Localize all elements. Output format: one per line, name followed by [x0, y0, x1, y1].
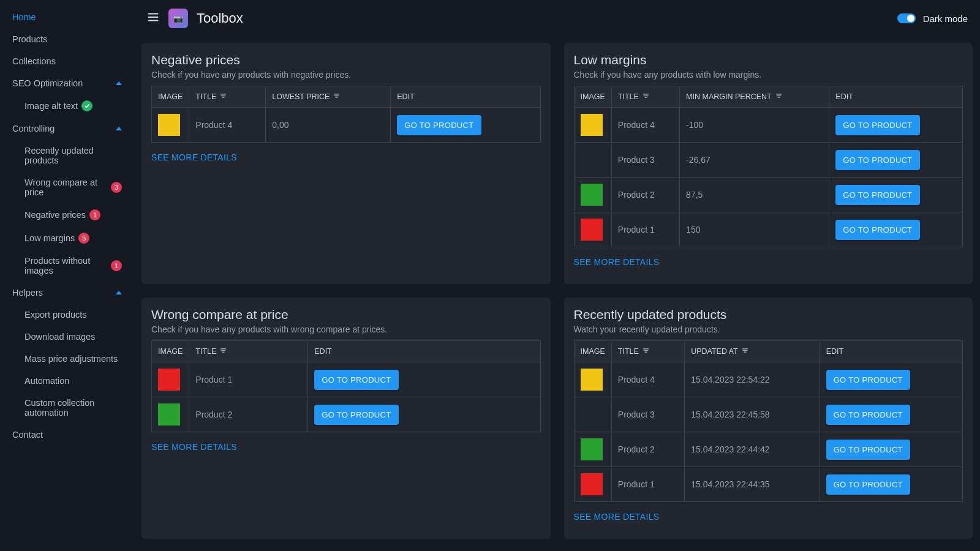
th-image[interactable]: IMAGE: [574, 86, 611, 108]
main: 📷 Toolbox Dark mode Negative prices Chec…: [134, 0, 980, 551]
th-edit: EDIT: [820, 341, 962, 362]
go-to-product-button[interactable]: GO TO PRODUCT: [826, 474, 910, 495]
table-row: Product 2 87,5 GO TO PRODUCT: [574, 178, 963, 212]
th-edit: EDIT: [829, 86, 963, 108]
th-title[interactable]: TITLE: [611, 86, 679, 108]
sort-icon: [333, 92, 340, 101]
sort-icon: [775, 92, 782, 101]
th-title[interactable]: TITLE: [189, 86, 266, 108]
see-more-link[interactable]: SEE MORE DETAILS: [574, 257, 660, 267]
sidebar: Home Products Collections SEO Optimizati…: [0, 0, 134, 551]
see-more-link[interactable]: SEE MORE DETAILS: [151, 442, 237, 452]
sort-icon: [643, 347, 649, 356]
recently-updated-table: IMAGE TITLE UPDATED AT EDIT Product 4 15…: [574, 340, 963, 502]
sidebar-item-label: Image alt text: [24, 101, 78, 111]
table-row: Product 3 -26,67 GO TO PRODUCT: [574, 143, 963, 178]
see-more-link[interactable]: SEE MORE DETAILS: [574, 512, 660, 522]
cell-title: Product 2: [189, 397, 308, 432]
sidebar-item-mass[interactable]: Mass price adjustments: [0, 348, 134, 370]
cell-title: Product 4: [189, 108, 266, 143]
th-image[interactable]: IMAGE: [152, 86, 189, 108]
app-title: Toolbox: [197, 10, 243, 26]
sidebar-item-contact[interactable]: Contact: [0, 424, 134, 446]
chevron-up-icon: [116, 81, 122, 85]
app-logo-icon: 📷: [168, 9, 188, 28]
card-low-margins: Low margins Check if you have any produc…: [564, 43, 973, 284]
cell-title: Product 1: [189, 362, 308, 397]
cell-title: Product 2: [611, 432, 684, 467]
sidebar-item-low-margins[interactable]: Low margins 5: [0, 227, 134, 250]
darkmode-toggle[interactable]: [897, 13, 916, 23]
content-grid: Negative prices Check if you have any pr…: [134, 37, 980, 551]
sidebar-item-label: Helpers: [12, 288, 43, 298]
go-to-product-button[interactable]: GO TO PRODUCT: [835, 220, 919, 240]
count-badge: 5: [78, 233, 89, 244]
go-to-product-button[interactable]: GO TO PRODUCT: [835, 185, 919, 205]
sidebar-item-automation[interactable]: Automation: [0, 370, 134, 392]
th-updated-at[interactable]: UPDATED AT: [685, 341, 820, 362]
th-image[interactable]: IMAGE: [152, 341, 189, 362]
count-badge: 3: [111, 182, 122, 193]
go-to-product-button[interactable]: GO TO PRODUCT: [826, 405, 910, 425]
cell-updated: 15.04.2023 22:45:58: [685, 397, 820, 432]
card-subtitle: Watch your recently updated products.: [574, 324, 963, 334]
see-more-link[interactable]: SEE MORE DETAILS: [151, 152, 237, 162]
card-negative-prices: Negative prices Check if you have any pr…: [141, 43, 551, 284]
image-swatch: [581, 438, 603, 460]
tbody: Product 4 -100 GO TO PRODUCT Product 3 -…: [574, 108, 963, 247]
go-to-product-button[interactable]: GO TO PRODUCT: [397, 115, 481, 135]
cell-title: Product 4: [611, 108, 679, 143]
sidebar-item-no-images[interactable]: Products without images 1: [0, 250, 134, 282]
sidebar-item-negative-prices[interactable]: Negative prices 1: [0, 203, 134, 227]
sidebar-item-controlling[interactable]: Controlling: [0, 118, 134, 140]
hamburger-icon[interactable]: [146, 10, 160, 26]
image-swatch: [158, 369, 180, 391]
go-to-product-button[interactable]: GO TO PRODUCT: [835, 115, 919, 135]
low-margins-table: IMAGE TITLE MIN MARGIN PERCENT EDIT Prod…: [574, 86, 963, 247]
sidebar-item-label: Negative prices: [24, 210, 86, 220]
count-badge: 1: [89, 209, 100, 220]
negative-prices-table: IMAGE TITLE LOWEST PRICE EDIT Product 4 …: [151, 86, 541, 143]
go-to-product-button[interactable]: GO TO PRODUCT: [314, 370, 398, 390]
go-to-product-button[interactable]: GO TO PRODUCT: [835, 150, 919, 170]
sidebar-item-helpers[interactable]: Helpers: [0, 282, 134, 304]
cell-price: 0,00: [266, 108, 391, 143]
th-title[interactable]: TITLE: [611, 341, 684, 362]
go-to-product-button[interactable]: GO TO PRODUCT: [826, 440, 910, 460]
sidebar-item-image-alt[interactable]: Image alt text: [0, 94, 134, 118]
table-row: Product 4 0,00 GO TO PRODUCT: [152, 108, 541, 143]
go-to-product-button[interactable]: GO TO PRODUCT: [314, 405, 398, 425]
sidebar-item-label: Controlling: [12, 124, 55, 133]
table-row: Product 3 15.04.2023 22:45:58 GO TO PROD…: [574, 397, 963, 432]
th-title[interactable]: TITLE: [189, 341, 308, 362]
go-to-product-button[interactable]: GO TO PRODUCT: [826, 370, 910, 390]
card-subtitle: Check if you have any products with nega…: [151, 70, 541, 80]
th-image[interactable]: IMAGE: [574, 341, 611, 362]
check-icon: [81, 100, 92, 111]
cell-title: Product 3: [611, 397, 684, 432]
sidebar-item-label: Low margins: [24, 233, 75, 243]
card-title: Low margins: [574, 53, 963, 67]
table-row: Product 2 GO TO PRODUCT: [152, 397, 541, 432]
sidebar-item-recently-updated[interactable]: Recently updated products: [0, 140, 134, 171]
sidebar-item-custom-auto[interactable]: Custom collection automation: [0, 392, 134, 424]
sidebar-item-download[interactable]: Download images: [0, 326, 134, 348]
cell-margin: 87,5: [680, 178, 829, 212]
th-lowest-price[interactable]: LOWEST PRICE: [266, 86, 391, 108]
cell-title: Product 1: [611, 212, 679, 247]
image-swatch: [581, 114, 603, 136]
sort-icon: [220, 347, 227, 356]
sidebar-item-seo[interactable]: SEO Optimization: [0, 72, 134, 94]
sort-icon: [220, 92, 227, 101]
th-min-margin[interactable]: MIN MARGIN PERCENT: [680, 86, 829, 108]
sidebar-item-wrong-compare[interactable]: Wrong compare at price 3: [0, 171, 134, 203]
th-edit: EDIT: [308, 341, 540, 362]
cell-title: Product 4: [611, 362, 684, 397]
sidebar-item-label: Wrong compare at price: [24, 178, 107, 197]
sidebar-item-home[interactable]: Home: [0, 6, 134, 28]
card-subtitle: Check if you have any products with wron…: [151, 324, 541, 334]
sidebar-item-collections[interactable]: Collections: [0, 50, 134, 72]
sidebar-item-export[interactable]: Export products: [0, 304, 134, 326]
card-subtitle: Check if you have any products with low …: [574, 70, 963, 80]
sidebar-item-products[interactable]: Products: [0, 28, 134, 50]
